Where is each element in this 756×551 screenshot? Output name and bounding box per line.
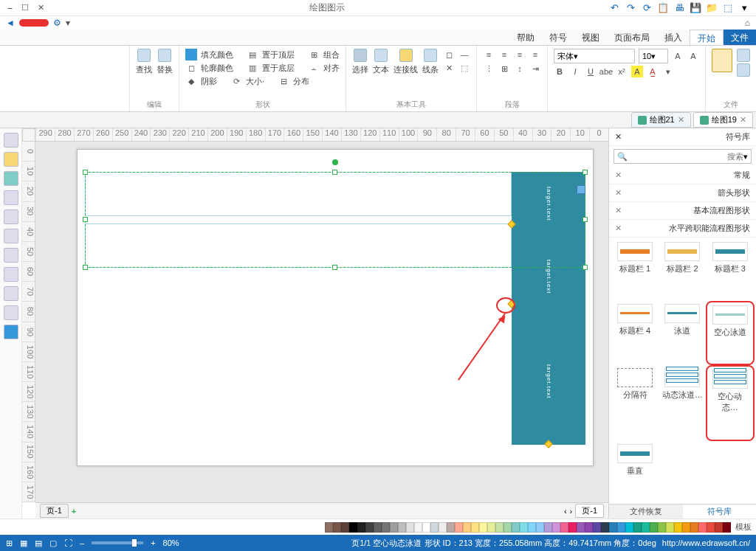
add-page-button[interactable]: + <box>72 507 76 516</box>
underline-button[interactable]: U <box>585 66 597 77</box>
shape1[interactable]: ◻ <box>443 49 455 60</box>
tab-filerestore[interactable]: 文件恢复 <box>609 505 683 519</box>
color-swatch[interactable] <box>430 522 439 533</box>
color-swatch[interactable] <box>625 522 633 533</box>
zoom-out[interactable]: – <box>80 538 84 547</box>
color-swatch[interactable] <box>325 522 333 533</box>
handle-bl[interactable] <box>83 265 88 270</box>
outline-icon[interactable]: ◻ <box>185 62 197 74</box>
color-swatch[interactable] <box>422 522 430 533</box>
color-swatch[interactable] <box>398 522 406 533</box>
tab-file[interactable]: 文件 <box>724 30 756 45</box>
cat-2[interactable]: ✕箭头形状 <box>609 184 756 202</box>
color-swatch[interactable] <box>690 522 698 533</box>
shape2[interactable]: — <box>458 49 470 60</box>
highlight-button[interactable]: A <box>631 66 643 77</box>
strike-button[interactable]: abe <box>600 66 612 77</box>
fill-icon[interactable] <box>185 49 197 60</box>
bullets[interactable]: ⋮ <box>483 63 495 74</box>
replace-icon[interactable] <box>158 49 171 62</box>
zoom-in[interactable]: + <box>151 538 155 547</box>
status-views3[interactable]: ▢ <box>49 538 57 548</box>
close-doc-icon[interactable]: ✕ <box>740 115 746 125</box>
color-swatch[interactable] <box>487 522 495 533</box>
maximize-button[interactable]: ☐ <box>21 3 29 13</box>
color-swatch[interactable] <box>357 522 365 533</box>
align-r[interactable]: ≡ <box>514 49 526 60</box>
status-views2[interactable]: ▤ <box>35 538 42 548</box>
tool-7[interactable] <box>4 248 18 263</box>
color-swatch[interactable] <box>382 522 390 533</box>
color-swatch[interactable] <box>544 522 552 533</box>
shape-item[interactable]: 分隔符 <box>614 368 656 438</box>
handle-ml[interactable] <box>83 217 88 222</box>
handle-bm[interactable] <box>332 265 337 270</box>
zoom-level[interactable]: 80% <box>163 538 179 547</box>
color-swatch[interactable] <box>349 522 357 533</box>
minimize-button[interactable]: ‒ <box>7 3 13 13</box>
page[interactable]: target.text target.text target.text <box>77 149 594 466</box>
color-swatch[interactable] <box>390 522 398 533</box>
color-swatch[interactable] <box>723 522 731 533</box>
color-swatch[interactable] <box>609 522 617 533</box>
tab-layout[interactable]: 页面布局 <box>607 30 657 45</box>
connector-tool-icon[interactable] <box>399 49 413 62</box>
color-swatch[interactable] <box>520 522 528 533</box>
italic-button[interactable]: I <box>569 66 581 77</box>
rotate-handle[interactable] <box>332 159 338 165</box>
color-swatch[interactable] <box>682 522 690 533</box>
doctab-2[interactable]: 绘图21✕ <box>631 112 691 128</box>
handle-tr[interactable] <box>583 170 588 175</box>
align-icon[interactable]: ⫠ <box>308 62 320 74</box>
close-button[interactable]: ✕ <box>38 3 44 13</box>
align-j[interactable]: ≡ <box>529 49 541 60</box>
shape-item[interactable]: 标题栏 4 <box>614 304 656 363</box>
color-swatch[interactable] <box>698 522 707 533</box>
select-tool-icon[interactable] <box>354 49 367 62</box>
color-swatch[interactable] <box>536 522 544 533</box>
dropdown-icon[interactable]: ▾ <box>66 18 70 28</box>
color-swatch[interactable] <box>341 522 349 533</box>
selection-box[interactable] <box>85 172 585 268</box>
group-icon[interactable]: ⊞ <box>308 49 320 60</box>
cat-close[interactable]: ✕ <box>615 223 622 233</box>
qat-new[interactable]: ⬚ <box>722 2 734 14</box>
color-swatch[interactable] <box>471 522 479 533</box>
handle-tm[interactable] <box>332 170 337 175</box>
shape-item[interactable]: 动态泳道… <box>661 368 704 438</box>
status-views[interactable]: ▦ <box>20 538 27 548</box>
color-swatch[interactable] <box>674 522 682 533</box>
cat-close[interactable]: ✕ <box>615 188 622 198</box>
tab-symbollib[interactable]: 符号库 <box>683 505 757 519</box>
close-panel-icon[interactable]: ✕ <box>615 132 622 142</box>
tab-insert[interactable]: 插入 <box>657 30 690 45</box>
color-swatch[interactable] <box>617 522 625 533</box>
shape-item[interactable]: 标题栏 3 <box>709 242 752 298</box>
tool-10[interactable] <box>4 305 18 320</box>
color-swatch[interactable] <box>447 522 455 533</box>
tool-4[interactable] <box>4 190 18 205</box>
more-font[interactable]: ▾ <box>662 66 674 77</box>
color-swatch[interactable] <box>463 522 471 533</box>
tool-9[interactable] <box>4 286 18 301</box>
color-swatch[interactable] <box>365 522 374 533</box>
shape-item[interactable]: 泳道 <box>661 304 704 363</box>
find-icon[interactable] <box>137 49 151 62</box>
copy-icon[interactable] <box>737 63 750 77</box>
qat-refresh[interactable]: ⟳ <box>641 2 653 14</box>
handle-tl[interactable] <box>83 170 88 175</box>
back-icon[interactable]: ▥ <box>247 62 258 74</box>
shape-item[interactable]: 空心泳道 <box>709 304 752 363</box>
front-icon[interactable]: ▤ <box>247 49 258 60</box>
search-input[interactable] <box>628 152 743 161</box>
line-sp[interactable]: ↕ <box>514 63 526 74</box>
color-swatch[interactable] <box>495 522 504 533</box>
color-swatch[interactable] <box>439 522 447 533</box>
canvas[interactable]: target.text target.text target.text <box>35 142 608 502</box>
font-family-select[interactable]: 宋体▾ <box>554 49 635 63</box>
shape-item[interactable]: 空心动态… <box>709 368 752 438</box>
font-size-select[interactable]: 10▾ <box>639 49 668 63</box>
color-swatch[interactable] <box>528 522 536 533</box>
back-icon[interactable]: ◄ <box>6 18 15 28</box>
indent[interactable]: ⇥ <box>529 63 541 74</box>
